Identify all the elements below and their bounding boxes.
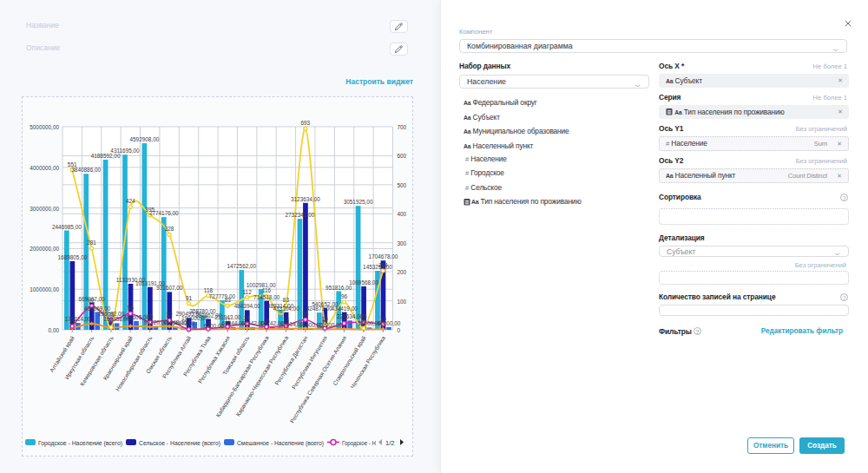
svg-text:1002981,00: 1002981,00	[247, 282, 276, 288]
svg-text:Сельское - Население (всего): Сельское - Население (всего)	[139, 439, 220, 447]
svg-text:4592908,00: 4592908,00	[130, 136, 160, 142]
svg-text:300: 300	[398, 240, 407, 246]
svg-text:2774176,00: 2774176,00	[149, 210, 179, 216]
svg-text:1069568,00: 1069568,00	[349, 279, 378, 286]
svg-text:211943,00: 211943,00	[215, 314, 241, 320]
svg-text:1689805,00: 1689805,00	[58, 254, 88, 260]
svg-text:433104,00: 433104,00	[273, 305, 299, 312]
svg-text:Новосибирская область: Новосибирская область	[115, 334, 155, 392]
svg-text:424: 424	[126, 198, 135, 204]
svg-text:96: 96	[341, 293, 348, 299]
svg-text:2732341,00: 2732341,00	[286, 212, 315, 218]
svg-text:116: 116	[262, 287, 272, 293]
svg-text:112: 112	[243, 289, 253, 295]
svg-text:0,00: 0,00	[49, 327, 60, 333]
svg-text:3840886,00: 3840886,00	[71, 167, 101, 173]
svg-text:1453251,00: 1453251,00	[363, 264, 392, 270]
svg-text:3123634,00: 3123634,00	[291, 196, 320, 202]
svg-text:2000000,00: 2000000,00	[30, 246, 59, 252]
svg-text:3051925,00: 3051925,00	[344, 199, 373, 205]
svg-text:35: 35	[302, 311, 309, 317]
svg-text:21000,00: 21000,00	[319, 322, 342, 328]
svg-text:693: 693	[300, 120, 310, 126]
svg-text:1472562,00: 1472562,00	[227, 263, 256, 269]
svg-text:4311695,00: 4311695,00	[110, 148, 140, 154]
svg-text:700: 700	[398, 124, 407, 130]
svg-text:931607,00: 931607,00	[156, 285, 183, 291]
svg-text:227634,00: 227634,00	[337, 313, 364, 319]
svg-text:118: 118	[204, 287, 214, 293]
svg-text:0: 0	[398, 327, 401, 333]
svg-text:Городское - Н: Городское - Н	[342, 439, 376, 447]
svg-text:1704678,00: 1704678,00	[369, 253, 398, 259]
svg-text:56: 56	[128, 305, 135, 311]
svg-text:91: 91	[186, 295, 193, 301]
svg-text:100: 100	[398, 299, 407, 305]
svg-text:727779,00: 727779,00	[209, 293, 236, 299]
svg-text:170314,00: 170314,00	[65, 316, 92, 322]
svg-text:281: 281	[87, 240, 96, 246]
svg-text:4000000,00: 4000000,00	[30, 165, 59, 171]
svg-text:66000,00: 66000,00	[378, 320, 401, 326]
svg-text:200: 200	[398, 269, 407, 275]
svg-text:328: 328	[165, 226, 174, 232]
svg-text:484394,00: 484394,00	[234, 303, 261, 309]
svg-text:714518,00: 714518,00	[253, 294, 280, 300]
svg-text:500: 500	[398, 182, 407, 188]
svg-text:Республика Ингушетия: Республика Ингушетия	[291, 334, 329, 391]
svg-text:669067,00: 669067,00	[79, 296, 106, 302]
svg-text:1/2: 1/2	[385, 439, 395, 447]
svg-text:5000000,00: 5000000,00	[30, 124, 59, 130]
svg-text:400: 400	[398, 211, 407, 217]
svg-text:434419,00: 434419,00	[332, 305, 358, 312]
svg-text:Чеченская Республика: Чеченская Республика	[349, 335, 387, 391]
svg-text:2446985,00: 2446985,00	[52, 224, 82, 230]
svg-text:1000000,00: 1000000,00	[30, 286, 59, 292]
svg-text:32: 32	[167, 312, 174, 318]
svg-text:Смешанное - Население (всего): Смешанное - Население (всего)	[237, 439, 324, 447]
svg-text:Городское - Население (всего): Городское - Население (всего)	[38, 439, 122, 447]
svg-text:951816,00: 951816,00	[326, 285, 352, 291]
svg-text:3000000,00: 3000000,00	[30, 206, 59, 212]
svg-text:600: 600	[398, 153, 407, 159]
